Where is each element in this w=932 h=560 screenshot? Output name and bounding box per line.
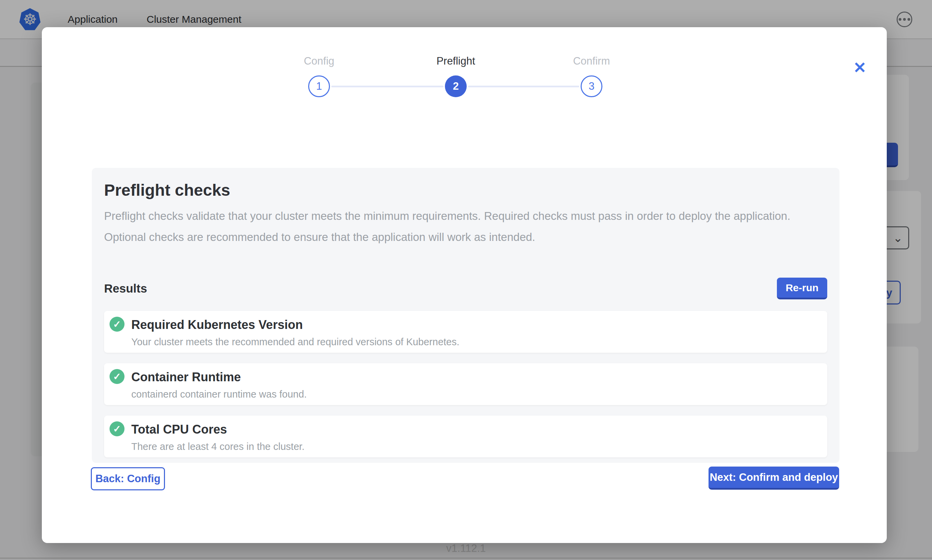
check-title: Container Runtime bbox=[131, 370, 819, 384]
step-label-config: Config bbox=[268, 55, 370, 67]
check-pass-icon: ✓ bbox=[110, 317, 125, 332]
check-title: Required Kubernetes Version bbox=[131, 318, 819, 332]
check-description: There are at least 4 cores in the cluste… bbox=[131, 441, 819, 452]
next-confirm-deploy-button[interactable]: Next: Confirm and deploy bbox=[708, 466, 839, 490]
step-label-preflight: Preflight bbox=[405, 55, 507, 67]
preflight-modal: ✕ Config Preflight Confirm 1 2 3 Preflig… bbox=[42, 27, 887, 543]
check-title: Total CPU Cores bbox=[131, 422, 819, 437]
check-description: containerd container runtime was found. bbox=[131, 389, 819, 400]
results-header-row: Results Re-run bbox=[104, 278, 827, 299]
preflight-panel: Preflight checks Preflight checks valida… bbox=[92, 168, 839, 463]
results-label: Results bbox=[104, 282, 147, 295]
check-pass-icon: ✓ bbox=[110, 369, 125, 384]
check-pass-icon: ✓ bbox=[110, 422, 125, 436]
screen: ☸ Application Cluster Management 0 ⌄ y v… bbox=[0, 0, 932, 560]
step-circle-config[interactable]: 1 bbox=[308, 75, 330, 97]
stepper-connector bbox=[331, 86, 444, 87]
check-card-cpu-cores: ✓ Total CPU Cores There are at least 4 c… bbox=[104, 415, 827, 457]
stepper-connector bbox=[468, 86, 579, 87]
check-card-container-runtime: ✓ Container Runtime containerd container… bbox=[104, 363, 827, 405]
step-number: 2 bbox=[453, 80, 458, 92]
step-number: 1 bbox=[316, 80, 322, 92]
step-number: 3 bbox=[588, 80, 594, 92]
check-card-kubernetes-version: ✓ Required Kubernetes Version Your clust… bbox=[104, 311, 827, 353]
rerun-button[interactable]: Re-run bbox=[777, 278, 827, 299]
step-label-confirm: Confirm bbox=[540, 55, 642, 67]
preflight-description: Preflight checks validate that your clus… bbox=[104, 206, 818, 248]
page-title: Preflight checks bbox=[104, 181, 827, 200]
back-config-button[interactable]: Back: Config bbox=[91, 467, 165, 490]
step-circle-preflight[interactable]: 2 bbox=[445, 75, 467, 97]
check-description: Your cluster meets the recommended and r… bbox=[131, 336, 819, 348]
close-icon[interactable]: ✕ bbox=[853, 60, 866, 75]
check-results-list: ✓ Required Kubernetes Version Your clust… bbox=[104, 311, 827, 457]
step-circle-confirm[interactable]: 3 bbox=[581, 75, 602, 97]
